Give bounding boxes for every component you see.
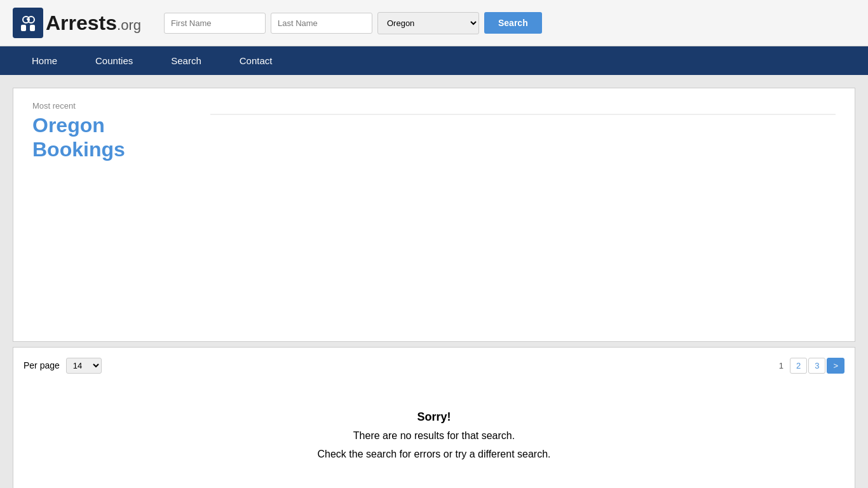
logo-icon (13, 8, 43, 38)
per-page-label: Per page (24, 360, 60, 370)
state-select[interactable]: Oregon California Washington Texas Flori… (377, 12, 479, 34)
pagination-top: 1 2 3 > (774, 358, 844, 374)
page-3-link[interactable]: 3 (808, 358, 825, 374)
nav-item-contact[interactable]: Contact (220, 46, 292, 75)
hero-title: Oregon Bookings (32, 113, 198, 162)
main-nav: Home Counties Search Contact (0, 46, 868, 75)
page-2-link[interactable]: 2 (790, 358, 807, 374)
most-recent-label: Most recent (32, 101, 198, 111)
svg-rect-2 (21, 25, 26, 31)
last-name-input[interactable] (271, 13, 372, 34)
page-1-label: 1 (774, 358, 789, 373)
header-search-button[interactable]: Search (484, 12, 542, 34)
logo: Arrests.org (13, 8, 141, 38)
per-page-select[interactable]: 14 25 50 100 (66, 358, 102, 374)
svg-rect-3 (30, 25, 35, 31)
nav-item-home[interactable]: Home (13, 46, 76, 75)
page-next-link[interactable]: > (827, 358, 844, 374)
nav-item-counties[interactable]: Counties (76, 46, 152, 75)
per-page-control: Per page 14 25 50 100 (24, 358, 102, 374)
first-name-input[interactable] (164, 13, 266, 34)
nav-item-search[interactable]: Search (152, 46, 220, 75)
logo-text: Arrests.org (46, 11, 141, 35)
header-search-form: Oregon California Washington Texas Flori… (164, 12, 855, 34)
svg-rect-4 (27, 18, 29, 20)
no-results-message: Sorry! There are no results for that sea… (24, 381, 844, 488)
hero-divider (210, 114, 836, 115)
